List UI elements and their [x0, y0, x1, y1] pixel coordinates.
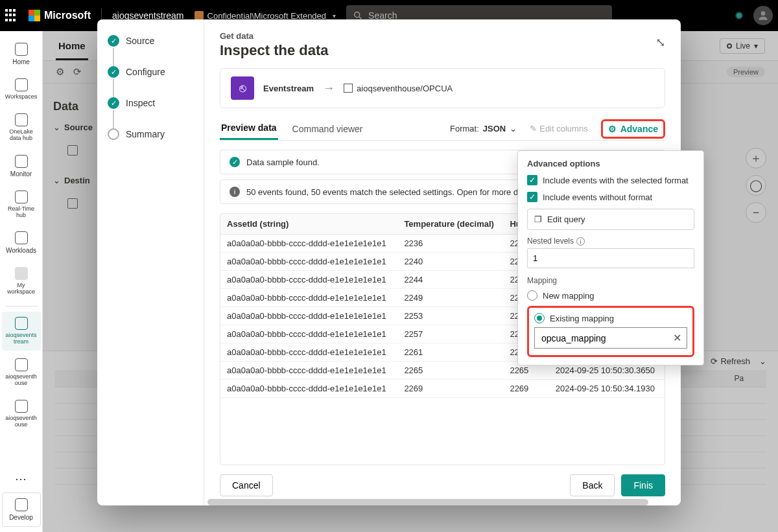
existing-mapping-group: Existing mapping ✕ [527, 306, 694, 357]
cell-hum: 2269 [503, 380, 548, 398]
dest-name: aioqseventhouse/OPCUA [357, 84, 453, 93]
source-name: Eventstream [263, 84, 314, 93]
edit-query-button[interactable]: ❐ Edit query [527, 209, 694, 230]
opt-include-selected[interactable]: ✓ Include events with the selected forma… [527, 175, 694, 185]
svg-point-0 [355, 12, 360, 17]
back-button[interactable]: Back [570, 474, 615, 496]
eventstream-icon [15, 317, 28, 330]
svg-point-2 [761, 11, 766, 16]
nav-monitor[interactable]: Monitor [2, 150, 41, 183]
expand-icon[interactable]: ⤢ [654, 38, 668, 47]
cell-temp: 2269 [397, 380, 503, 398]
nav-develop[interactable]: Develop [2, 492, 41, 527]
tab-preview-data[interactable]: Preview data [220, 117, 278, 140]
radio-existing-mapping[interactable]: Existing mapping [534, 313, 687, 323]
format-selector[interactable]: Format: JSON ⌄ [450, 124, 517, 133]
cell-temp: 2249 [397, 289, 503, 307]
step-summary[interactable]: Summary [108, 128, 193, 140]
eventhouse-icon [15, 358, 28, 371]
radio-checked-icon [534, 313, 545, 323]
col-asset[interactable]: AssetId (string) [220, 214, 397, 235]
nested-levels-label: Nested levels i [527, 237, 694, 246]
cell-temp: 2257 [397, 325, 503, 343]
source-card: ⎋ Eventstream → aioqseventhouse/OPCUA [220, 68, 665, 108]
workloads-icon [15, 231, 28, 244]
app-launcher-icon[interactable] [5, 9, 18, 22]
nav-item-active[interactable]: aioqsevents tream [2, 312, 41, 351]
nav-myworkspace[interactable]: My workspace [2, 262, 41, 301]
cell-asset: a0a0a0a0-bbbb-cccc-dddd-e1e1e1e1e1e1 [220, 289, 397, 307]
events-info-text: 50 events found, 50 events match the sel… [246, 187, 540, 197]
workspaces-icon [15, 78, 28, 91]
brand-text: Microsoft [44, 10, 91, 21]
info-icon: i [230, 187, 240, 197]
opt-include-noformat[interactable]: ✓ Include events without format [527, 192, 694, 202]
person-icon [15, 267, 28, 280]
mapping-name-input[interactable] [540, 332, 673, 344]
eventstream-icon: ⎋ [231, 76, 254, 100]
clear-icon[interactable]: ✕ [673, 332, 681, 344]
nav-more[interactable]: ⋯ [11, 468, 32, 490]
cell-asset: a0a0a0a0-bbbb-cccc-dddd-e1e1e1e1e1e1 [220, 235, 397, 253]
check-icon [108, 97, 119, 109]
cell-asset: a0a0a0a0-bbbb-cccc-dddd-e1e1e1e1e1e1 [220, 325, 397, 343]
onelake-icon [15, 113, 28, 126]
nav-onelake[interactable]: OneLake data hub [2, 108, 41, 147]
microsoft-logo-icon [29, 10, 40, 21]
nav-workspaces[interactable]: Workspaces [2, 73, 41, 106]
advanced-button[interactable]: ⚙ Advance [601, 119, 665, 139]
finish-button[interactable]: Finis [621, 474, 665, 496]
cell-temp: 2240 [397, 253, 503, 271]
nav-workloads[interactable]: Workloads [2, 226, 41, 259]
popover-title: Advanced options [527, 159, 694, 168]
code-icon: ❐ [534, 214, 542, 224]
wizard-steps: Source Configure Inspect Summary [97, 19, 204, 505]
sample-found-text: Data sample found. [246, 157, 320, 167]
nav-eventhouse-2[interactable]: aioqseventh ouse [2, 395, 41, 434]
svg-line-1 [359, 17, 361, 19]
circle-icon [108, 128, 119, 140]
nav-realtime[interactable]: Real-Time hub [2, 185, 41, 224]
step-source[interactable]: Source [108, 35, 193, 47]
cell-temp: 2265 [397, 362, 503, 380]
cell-temp: 2244 [397, 271, 503, 289]
brand: Microsoft [29, 10, 91, 21]
nav-eventhouse-1[interactable]: aioqseventh ouse [2, 353, 41, 392]
cell-temp: 2253 [397, 307, 503, 325]
horizontal-scrollbar[interactable] [207, 499, 648, 505]
monitor-icon [15, 155, 28, 168]
arrow-right-icon: → [323, 82, 335, 95]
modal-title: Inspect the data [220, 42, 665, 59]
radio-new-mapping[interactable]: New mapping [527, 290, 694, 301]
pencil-icon: ✎ [530, 124, 537, 133]
user-avatar[interactable] [753, 6, 773, 25]
cell-ts: 2024-09-25 10:50:34.1930 [549, 380, 665, 398]
cell-temp: 2236 [397, 235, 503, 253]
tab-command-viewer[interactable]: Command viewer [291, 119, 364, 139]
home-icon [15, 43, 28, 56]
table-row[interactable]: a0a0a0a0-bbbb-cccc-dddd-e1e1e1e1e1e12269… [220, 380, 665, 398]
cancel-button[interactable]: Cancel [220, 474, 273, 496]
cell-asset: a0a0a0a0-bbbb-cccc-dddd-e1e1e1e1e1e1 [220, 253, 397, 271]
cell-asset: a0a0a0a0-bbbb-cccc-dddd-e1e1e1e1e1e1 [220, 362, 397, 380]
step-inspect[interactable]: Inspect [108, 97, 193, 109]
info-icon[interactable]: i [576, 237, 585, 246]
nested-levels-input[interactable] [527, 248, 694, 268]
table-icon [344, 84, 353, 93]
realtime-icon [15, 191, 28, 203]
checkbox-checked-icon: ✓ [527, 192, 537, 202]
check-icon [108, 66, 119, 78]
cell-asset: a0a0a0a0-bbbb-cccc-dddd-e1e1e1e1e1e1 [220, 271, 397, 289]
check-icon [108, 35, 119, 47]
col-temp[interactable]: Temperature (decimal) [397, 214, 503, 235]
step-configure[interactable]: Configure [108, 66, 193, 78]
nav-home[interactable]: Home [2, 38, 41, 71]
cell-asset: a0a0a0a0-bbbb-cccc-dddd-e1e1e1e1e1e1 [220, 380, 397, 398]
edit-columns-button: ✎ Edit columns [530, 124, 587, 133]
cell-asset: a0a0a0a0-bbbb-cccc-dddd-e1e1e1e1e1e1 [220, 307, 397, 325]
chevron-down-icon: ⌄ [510, 124, 517, 133]
mapping-name-input-wrapper: ✕ [534, 327, 687, 349]
inspect-tabs: Preview data Command viewer Format: JSON… [220, 117, 665, 141]
format-value: JSON [483, 124, 506, 133]
modal-overtitle: Get data [220, 31, 665, 41]
